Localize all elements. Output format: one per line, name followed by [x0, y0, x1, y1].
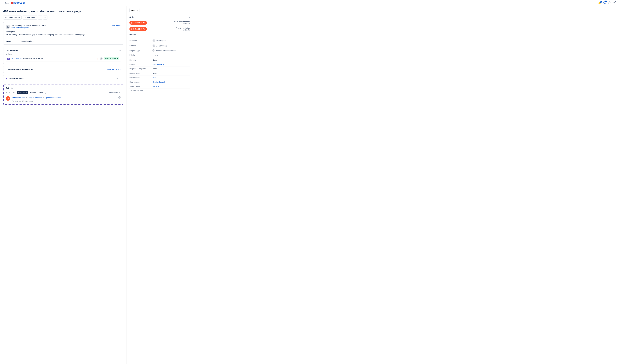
notification-count: 1	[600, 1, 602, 3]
labels-label: Labels	[129, 63, 151, 65]
back-arrow-icon: ←	[2, 2, 4, 4]
link-issue-button[interactable]: Link issue	[23, 16, 37, 20]
organizations-label: Organizations	[129, 72, 151, 74]
dropdown-button[interactable]: ⌄	[38, 16, 42, 20]
ellipsis-icon: ⋯	[618, 2, 621, 4]
filter-all-button[interactable]: All	[12, 91, 16, 94]
slas-title: SLAs	[129, 16, 134, 18]
thumbsup-icon[interactable]	[608, 1, 611, 5]
sla2-label: Time to resolution	[176, 27, 190, 29]
show-label: Show:	[6, 91, 11, 93]
linked-issue-id[interactable]: ITSAMPLE-12	[11, 58, 22, 60]
linked-issue-status-badge[interactable]: IMPLEMENTING ▾	[104, 57, 119, 60]
chat-channel-value[interactable]: Create channel	[153, 81, 165, 83]
linked-issue-avatar	[100, 57, 103, 60]
sidebar: Open ▾ SLAs ∧ ◷ 7 Sep 11:23 AM Time to f…	[127, 6, 193, 364]
changes-title: Changes on affected services	[6, 68, 33, 70]
linked-issues-title: Linked issues	[6, 49, 19, 52]
linked-issue-row: ITSAMPLE-12 EC2 Down - US West fix ⇧⇧ IM…	[6, 56, 121, 62]
filter-history-button[interactable]: History	[29, 91, 37, 94]
requester-row: Jie Yan Song raised this request via Por…	[6, 25, 121, 29]
share-icon[interactable]	[613, 1, 616, 5]
requester-name: Jie Yan Song	[11, 25, 22, 27]
back-label: Back	[5, 2, 9, 4]
clock-icon: ◷	[131, 22, 133, 24]
description-text: We are seeing 404 errors when trying to …	[6, 34, 121, 36]
sort-button[interactable]: Newest first	[109, 91, 121, 93]
details-header[interactable]: Details ∧	[129, 32, 190, 37]
subtask-icon	[5, 17, 7, 19]
filter-left: Show: All Comments History Work log	[6, 91, 47, 94]
svg-rect-10	[8, 58, 9, 59]
notification-icon[interactable]: 🔔 1	[598, 1, 601, 4]
sla1-time-button[interactable]: ◷ 7 Sep 11:23 AM	[129, 21, 147, 25]
priority-text: Low	[155, 54, 158, 56]
assignee-row: Assignee Unassigned	[129, 38, 190, 43]
reporter-row: Reporter Jie Yan Song	[129, 43, 190, 48]
activity-section: Activity Show: All Comments History Work…	[3, 85, 123, 105]
separator2: /	[43, 97, 44, 99]
more-icon[interactable]: ⋯	[618, 1, 621, 4]
person-icon	[7, 25, 9, 28]
requester-avatar	[6, 25, 10, 29]
filter-comments-button[interactable]: Comments	[17, 91, 28, 94]
request-participants-value: None	[153, 68, 157, 70]
sort-label: Newest first	[109, 91, 118, 93]
sla-first-response: ◷ 7 Sep 11:23 AM Time to first response …	[129, 20, 190, 26]
portal-text: Portal	[41, 25, 46, 27]
clip-icon[interactable]	[118, 96, 121, 99]
more-actions-button[interactable]: ⋯	[43, 16, 47, 20]
details-content: Assignee Unassigned Reporter Jie	[129, 37, 190, 94]
watch-icon[interactable]: 1	[603, 1, 606, 5]
filter-worklog-button[interactable]: Work log	[38, 91, 47, 94]
clock2-icon: ◷	[131, 28, 133, 30]
reporter-avatar	[153, 44, 155, 47]
stakeholders-label: Stakeholders	[129, 85, 151, 87]
svg-rect-11	[8, 59, 8, 59]
sla2-time-button[interactable]: ◷ 7 Sep 01:23 PM	[129, 27, 147, 31]
issue-id-badge[interactable]: IT ITSAMPLE-20	[11, 2, 25, 4]
request-type-row: Request Type i Report a system problem	[129, 48, 190, 53]
requester-text: Jie Yan Song raised this request via Por…	[11, 25, 46, 27]
create-subtask-button[interactable]: Create subtask	[3, 16, 22, 20]
top-bar-right: 🔔 1 1 ⋯	[598, 1, 621, 5]
slas-header[interactable]: SLAs ∧	[129, 15, 190, 20]
linked-issue-right: ⇧⇧ IMPLEMENTING ▾	[95, 57, 119, 60]
similar-chevron-icon[interactable]: ⌄	[119, 78, 121, 80]
action-bar: Create subtask Link issue ⌄ ⋯	[3, 16, 123, 20]
give-feedback-label: Give feedback	[107, 68, 119, 70]
raised-via-text: raised this request via	[23, 25, 41, 27]
svg-rect-12	[8, 59, 9, 59]
linked-issue-type-icon	[7, 58, 10, 60]
top-bar-left: ← Back IT ITSAMPLE-20	[2, 2, 25, 4]
create-subtask-label: Create subtask	[8, 17, 20, 19]
back-button[interactable]: ← Back	[2, 2, 9, 4]
update-stakeholders-button[interactable]: Update stakeholders	[45, 97, 61, 99]
sort-icon	[119, 91, 121, 93]
hide-details-button[interactable]: Hide details	[111, 25, 121, 27]
main-content: 404 error returning on customer announce…	[0, 6, 127, 364]
svg-point-3	[615, 3, 616, 4]
add-linked-issue-button[interactable]: +	[119, 49, 121, 52]
labels-value[interactable]: sample-space	[153, 63, 164, 65]
linked-issue-title: EC2 Down - US West fix	[23, 58, 43, 60]
current-user-avatar: LK	[6, 96, 10, 101]
give-feedback-button[interactable]: Give feedback ⌄	[107, 68, 121, 70]
linked-issue-left: ITSAMPLE-12 EC2 Down - US West fix	[7, 58, 43, 60]
linked-alerts-label: Linked alerts	[129, 77, 151, 79]
affected-services-collapse-icon[interactable]: ∧	[153, 90, 154, 92]
slas-section: SLAs ∧ ◷ 7 Sep 11:23 AM Time to first re…	[129, 15, 190, 32]
similar-more-icon[interactable]: ⋯	[116, 78, 118, 80]
request-type-label: Request Type	[129, 49, 151, 52]
stakeholders-value[interactable]: Manage	[153, 85, 159, 87]
open-status-button[interactable]: Open ▾	[129, 8, 139, 12]
reply-to-customer-button[interactable]: Reply to customer	[28, 97, 42, 99]
pro-tip-suffix: to comment	[24, 100, 33, 102]
add-internal-note-button[interactable]: Add internal note	[12, 97, 25, 99]
svg-line-5	[614, 2, 615, 2]
view-portal-link[interactable]: View request in portal	[11, 27, 46, 29]
linked-alerts-value[interactable]: View	[153, 77, 156, 79]
details-section: Details ∧ Assignee Unassigned Reporter	[129, 32, 190, 94]
similar-left: ✦ Similar requests	[6, 77, 23, 80]
impact-value: Minor / Localized	[21, 40, 34, 42]
